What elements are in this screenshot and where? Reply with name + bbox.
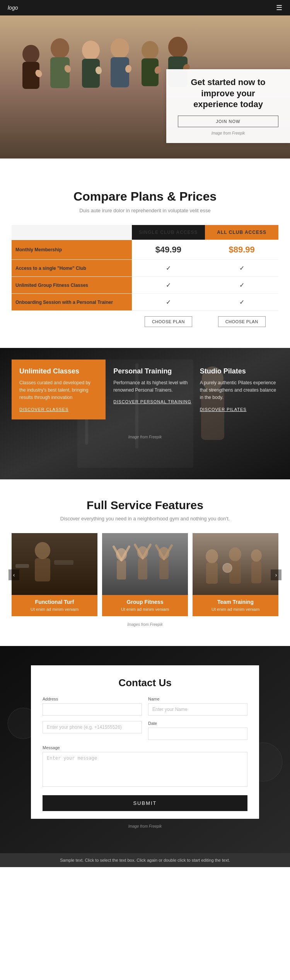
service-desc-training: Performance at its highest level with re… — [113, 379, 192, 394]
features-section: Full Service Features Discover everythin… — [0, 479, 290, 646]
compare-subtitle: Duis aute irure dolor in reprehenderit i… — [12, 208, 278, 213]
feature-card-team: Team Training Ut enim ad minim veniam — [193, 533, 278, 616]
join-now-button[interactable]: JOIN NOW — [178, 116, 278, 127]
contact-section: Contact Us Address Name Date Message — [0, 646, 290, 853]
feature-1: Access to a single "Home" Club — [12, 260, 132, 277]
features-credit: Images from Freepik — [12, 622, 278, 627]
contact-field-date: Date — [148, 721, 247, 740]
discover-pilates-link[interactable]: DISCOVER PILATES — [200, 407, 278, 412]
svg-rect-47 — [229, 561, 241, 584]
menu-icon[interactable]: ☰ — [276, 3, 282, 12]
svg-rect-40 — [159, 559, 169, 579]
all-cell-2: ✓ — [205, 277, 278, 294]
turf-image-svg — [12, 533, 97, 595]
svg-point-26 — [35, 542, 50, 559]
carousel-arrow-left[interactable]: ‹ — [9, 569, 19, 580]
all-cell-0: $89.99 — [205, 240, 278, 260]
hero-credit-text: Image from Freepik — [212, 131, 245, 135]
team-image-svg — [193, 533, 278, 595]
hero-section: Get started now to improve your experien… — [0, 15, 290, 159]
svg-rect-8 — [111, 57, 129, 87]
plan-row-3: Onboarding Session with a Personal Train… — [12, 294, 278, 311]
svg-point-5 — [82, 41, 100, 60]
address-label: Address — [43, 697, 142, 701]
message-textarea[interactable] — [43, 752, 247, 787]
services-content: Unlimited Classes Classes curated and de… — [0, 348, 290, 431]
feature-2: Unlimited Group Fitness Classes — [12, 277, 132, 294]
feature-desc-fitness: Ut enim ad minim veniam — [102, 607, 188, 616]
features-carousel-wrapper: ‹ — [12, 533, 278, 616]
svg-rect-45 — [206, 562, 218, 584]
feature-label-team: Team Training — [193, 595, 278, 607]
choose-row: CHOOSE PLAN CHOOSE PLAN — [12, 311, 278, 333]
svg-point-1 — [22, 45, 39, 63]
choose-single-button[interactable]: CHOOSE PLAN — [145, 316, 192, 327]
contact-field-address: Address — [43, 697, 142, 716]
svg-rect-32 — [117, 560, 126, 579]
feature-card-turf: Functional Turf Ut enim ad minim veniam — [12, 533, 97, 616]
address-input[interactable] — [43, 703, 142, 716]
feature-img-team — [193, 533, 278, 595]
feature-3: Onboarding Session with a Personal Train… — [12, 294, 132, 311]
phone-input[interactable] — [43, 721, 142, 733]
carousel-arrow-right[interactable]: › — [271, 569, 281, 580]
contact-title: Contact Us — [43, 677, 247, 689]
name-label: Name — [148, 697, 247, 701]
contact-row-name-address: Address Name — [43, 697, 247, 716]
contact-field-name: Name — [148, 697, 247, 716]
contact-credit: Image from Freepik — [0, 819, 290, 834]
single-cell-3: ✓ — [132, 294, 205, 311]
all-cell-3: ✓ — [205, 294, 278, 311]
name-input[interactable] — [148, 703, 247, 716]
contact-field-phone — [43, 721, 142, 740]
feature-card-fitness: Group Fitness Ut enim ad minim veniam — [102, 533, 188, 616]
service-desc-unlimited: Classes curated and developed by the ind… — [19, 379, 98, 402]
date-input[interactable] — [148, 728, 247, 740]
svg-point-7 — [111, 38, 129, 58]
discover-training-link[interactable]: DISCOVER PERSONAL TRAINING — [113, 399, 192, 404]
single-cell-2: ✓ — [132, 277, 205, 294]
feature-desc-turf: Ut enim ad minim veniam — [12, 607, 97, 616]
contact-row-phone-date: Date — [43, 721, 247, 740]
plan-header-single: SINGLE CLUB ACCESS — [132, 225, 205, 240]
service-card-unlimited: Unlimited Classes Classes curated and de… — [12, 360, 106, 419]
plan-row-2: Unlimited Group Fitness Classes✓✓ — [12, 277, 278, 294]
feature-img-turf — [12, 533, 97, 595]
plan-row-0: Monthly Membership$49.99$89.99 — [12, 240, 278, 260]
single-cell-0: $49.99 — [132, 240, 205, 260]
date-label: Date — [148, 721, 247, 726]
svg-rect-36 — [138, 558, 147, 579]
feature-desc-team: Ut enim ad minim veniam — [193, 607, 278, 616]
features-carousel: Functional Turf Ut enim ad minim veniam — [12, 533, 278, 616]
hero-title: Get started now to improve your experien… — [178, 77, 278, 110]
navbar: logo ☰ — [0, 0, 290, 15]
service-title-pilates: Studio Pilates — [200, 367, 278, 375]
svg-rect-28 — [15, 564, 29, 568]
message-label: Message — [43, 745, 247, 750]
discover-classes-link[interactable]: DISCOVER CLASSES — [19, 407, 98, 412]
hero-credit: Image from Freepik — [178, 131, 278, 135]
logo: logo — [8, 5, 18, 11]
svg-point-3 — [51, 38, 69, 58]
compare-title: Compare Plans & Prices — [12, 189, 278, 204]
service-card-training: Personal Training Performance at its hig… — [113, 367, 192, 419]
submit-button[interactable]: SUBMIT — [43, 795, 247, 811]
feature-label-turf: Functional Turf — [12, 595, 97, 607]
services-credit: Image from Freepik — [0, 431, 290, 443]
plan-row-1: Access to a single "Home" Club✓✓ — [12, 260, 278, 277]
contact-field-message: Message — [43, 745, 247, 787]
service-title-training: Personal Training — [113, 367, 192, 375]
feature-label-fitness: Group Fitness — [102, 595, 188, 607]
svg-point-46 — [229, 547, 241, 561]
svg-point-48 — [251, 549, 262, 562]
svg-point-44 — [206, 549, 218, 563]
features-subtitle: Discover everything you need in a neighb… — [12, 516, 278, 522]
service-desc-pilates: A purely authentic Pilates experience th… — [200, 379, 278, 402]
choose-all-button[interactable]: CHOOSE PLAN — [218, 316, 266, 327]
svg-point-9 — [142, 41, 159, 60]
svg-rect-49 — [251, 561, 261, 583]
feature-img-fitness — [102, 533, 188, 595]
contact-card: Contact Us Address Name Date Message — [31, 665, 259, 819]
plan-header-all: ALL CLUB ACCESS — [205, 225, 278, 240]
compare-section: Compare Plans & Prices Duis aute irure d… — [0, 174, 290, 348]
